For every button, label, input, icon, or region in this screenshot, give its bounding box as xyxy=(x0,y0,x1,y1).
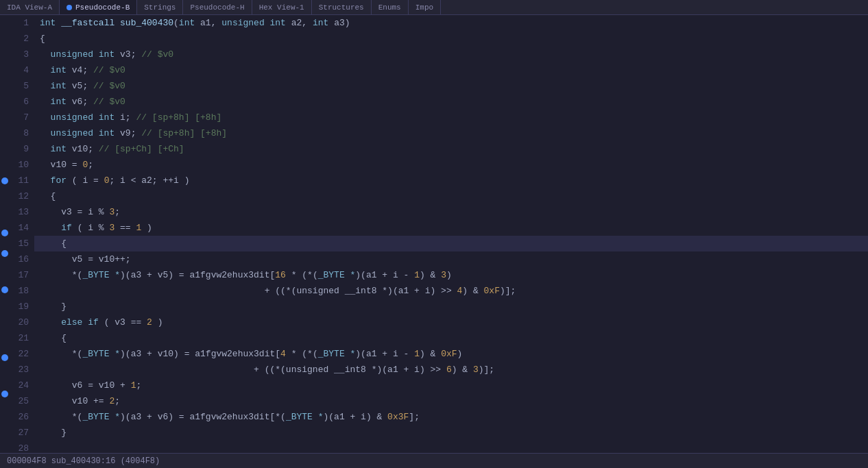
line-number: 2 xyxy=(10,31,29,47)
line-number: 13 xyxy=(10,204,29,220)
code-line: v10 = 0; xyxy=(34,157,868,173)
breakpoint-slot xyxy=(0,177,10,193)
code-line: int v6; // $v0 xyxy=(34,94,868,110)
tab-hex-view[interactable]: Hex View-1 xyxy=(252,0,312,14)
code-line: unsigned int i; // [sp+8h] [+8h] xyxy=(34,110,868,125)
code-line: for ( i = 0; i < a2; ++i ) xyxy=(34,173,868,188)
code-line: int v10; // [sp+Ch] [+Ch] xyxy=(34,141,868,157)
code-line: int __fastcall sub_400430(int a1, unsign… xyxy=(34,15,868,31)
breakpoint-slot xyxy=(0,438,10,453)
breakpoint-slot xyxy=(0,266,10,282)
code-line: } xyxy=(34,425,868,441)
tab-pseudocode-h-label: Pseudocode-H xyxy=(190,3,244,12)
code-line: int v5; // $v0 xyxy=(34,78,868,94)
code-line: v6 = v10 + 1; xyxy=(34,378,868,393)
breakpoint-dot xyxy=(1,354,8,361)
tab-dot xyxy=(67,5,72,10)
tab-strings[interactable]: Strings xyxy=(137,0,183,14)
breakpoint-slot xyxy=(0,110,10,125)
line-number: 16 xyxy=(10,251,29,267)
code-area: 1234567891011121314151617181920212223242… xyxy=(0,15,868,453)
tab-enums[interactable]: Enums xyxy=(372,0,409,14)
line-number: 11 xyxy=(10,173,29,188)
tab-impo-label: Impo xyxy=(415,3,433,12)
breakpoint-dot xyxy=(1,230,8,236)
line-number: 7 xyxy=(10,110,29,125)
status-bar: 000004F8 sub_400430:16 (4004F8) xyxy=(0,453,868,468)
breakpoint-slot xyxy=(0,62,10,78)
line-number: 15 xyxy=(10,236,29,251)
code-line: { xyxy=(34,236,868,251)
tab-hex-view-label: Hex View-1 xyxy=(259,3,304,12)
code-line: else if ( v3 == 2 ) xyxy=(34,315,868,330)
line-number: 6 xyxy=(10,94,29,110)
tab-impo[interactable]: Impo xyxy=(409,0,441,14)
code-line: *(_BYTE *)(a3 + v10) = a1fgvw2ehux3dit[4… xyxy=(34,346,868,362)
breakpoint-slot xyxy=(0,334,10,349)
breakpoint-slot xyxy=(0,31,10,47)
line-numbers: 1234567891011121314151617181920212223242… xyxy=(10,15,34,453)
tab-ida-view[interactable]: IDA View-A xyxy=(0,0,60,14)
code-line: v3 = i % 3; xyxy=(34,204,868,220)
line-number: 8 xyxy=(10,125,29,141)
breakpoint-slot xyxy=(0,318,10,334)
breakpoint-slot xyxy=(0,391,10,406)
breakpoint-slot xyxy=(0,250,10,266)
code-line: *(_BYTE *)(a3 + v6) = a1fgvw2ehux3dit[*(… xyxy=(34,409,868,425)
code-lines[interactable]: int __fastcall sub_400430(int a1, unsign… xyxy=(34,15,868,453)
line-number: 18 xyxy=(10,283,29,299)
tab-pseudocode-b[interactable]: Pseudocode-B xyxy=(60,0,137,14)
tab-structures-label: Structures xyxy=(319,3,364,12)
breakpoint-slot xyxy=(0,302,10,318)
breakpoint-slot xyxy=(0,354,10,370)
tab-bar: IDA View-A Pseudocode-B Strings Pseudoco… xyxy=(0,0,868,15)
breakpoint-slot xyxy=(0,230,10,245)
line-number: 22 xyxy=(10,346,29,362)
tab-enums-label: Enums xyxy=(378,3,401,12)
code-line: unsigned int v3; // $v0 xyxy=(34,47,868,62)
breakpoint-slot xyxy=(0,125,10,141)
line-number: 4 xyxy=(10,62,29,78)
breakpoint-dot xyxy=(1,177,8,184)
breakpoint-slot xyxy=(0,286,10,302)
breakpoint-slot xyxy=(0,406,10,422)
code-line: *(_BYTE *)(a3 + v5) = a1fgvw2ehux3dit[16… xyxy=(34,267,868,283)
breakpoint-slot xyxy=(0,209,10,225)
line-number: 21 xyxy=(10,330,29,346)
breakpoint-slot xyxy=(0,193,10,209)
code-line: + ((*(unsigned __int8 *)(a1 + i) >> 6) &… xyxy=(34,362,868,378)
breakpoint-slot xyxy=(0,47,10,62)
line-number: 24 xyxy=(10,378,29,393)
code-line: { xyxy=(34,31,868,47)
code-line: { xyxy=(34,188,868,204)
breakpoint-column xyxy=(0,15,10,453)
line-number: 28 xyxy=(10,441,29,453)
breakpoint-dot xyxy=(1,286,8,293)
breakpoint-slot xyxy=(0,370,10,386)
breakpoint-slot xyxy=(0,422,10,438)
breakpoint-slot xyxy=(0,15,10,31)
code-line: { xyxy=(34,330,868,346)
line-number: 23 xyxy=(10,362,29,378)
line-number: 12 xyxy=(10,188,29,204)
line-number: 25 xyxy=(10,393,29,409)
tab-pseudocode-h[interactable]: Pseudocode-H xyxy=(183,0,252,14)
code-line: if ( i % 3 == 1 ) xyxy=(34,220,868,236)
code-content: 1234567891011121314151617181920212223242… xyxy=(0,15,868,453)
line-number: 26 xyxy=(10,409,29,425)
line-number: 14 xyxy=(10,220,29,236)
code-line: + ((*(unsigned __int8 *)(a1 + i) >> 4) &… xyxy=(34,283,868,299)
line-number: 3 xyxy=(10,47,29,62)
code-line: v5 = v10++; xyxy=(34,251,868,267)
tab-strings-label: Strings xyxy=(144,3,176,12)
line-number: 27 xyxy=(10,425,29,441)
breakpoint-slot xyxy=(0,94,10,110)
line-number: 17 xyxy=(10,267,29,283)
tab-structures[interactable]: Structures xyxy=(312,0,372,14)
status-text: 000004F8 sub_400430:16 (4004F8) xyxy=(7,456,160,466)
breakpoint-dot xyxy=(1,391,8,397)
line-number: 19 xyxy=(10,299,29,315)
line-number: 10 xyxy=(10,157,29,173)
code-line: unsigned int v9; // [sp+8h] [+8h] xyxy=(34,125,868,141)
line-number: 1 xyxy=(10,15,29,31)
